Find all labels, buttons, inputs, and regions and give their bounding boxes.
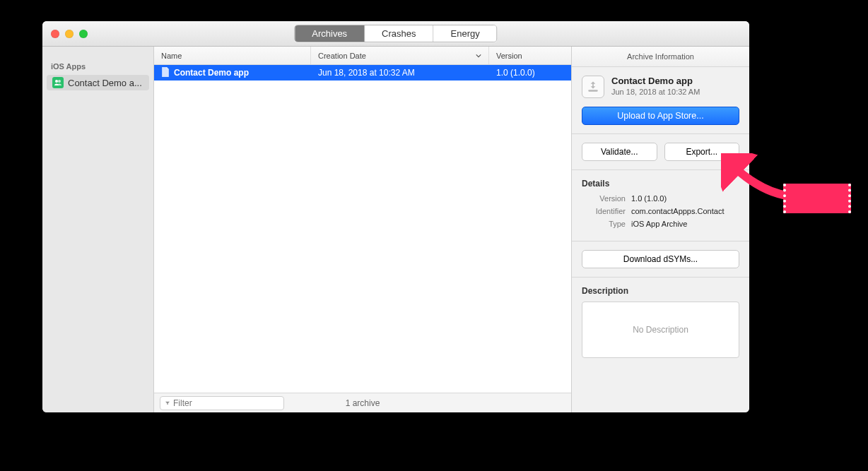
filter-field[interactable]: [160, 396, 284, 410]
close-window-button[interactable]: [51, 30, 59, 38]
export-button[interactable]: Export...: [664, 143, 740, 161]
detail-version-label: Version: [582, 194, 626, 203]
detail-identifier-value: com.contactAppps.Contact: [631, 207, 739, 215]
sidebar-item-label: Contact Demo a...: [68, 78, 142, 88]
row-name: Contact Demo app: [174, 68, 249, 78]
table-header: Name Creation Date Version: [154, 47, 571, 65]
column-creation-date[interactable]: Creation Date: [311, 47, 489, 64]
zoom-window-button[interactable]: [79, 30, 88, 38]
svg-point-1: [58, 80, 61, 83]
description-placeholder: No Description: [633, 325, 688, 335]
sidebar-app-item[interactable]: Contact Demo a...: [47, 75, 149, 90]
tab-crashes[interactable]: Crashes: [365, 25, 433, 42]
info-app-date: Jun 18, 2018 at 10:32 AM: [611, 88, 700, 96]
document-icon: [161, 67, 170, 79]
titlebar: Archives Crashes Energy: [42, 21, 749, 47]
filter-input[interactable]: [173, 398, 279, 408]
tab-segment: Archives Crashes Energy: [294, 25, 497, 42]
minimize-window-button[interactable]: [65, 30, 74, 38]
detail-type-label: Type: [582, 220, 626, 228]
organizer-window: Archives Crashes Energy iOS Apps Contact…: [42, 21, 749, 412]
info-app-name: Contact Demo app: [611, 76, 700, 86]
filter-icon: [165, 399, 170, 407]
svg-point-0: [55, 80, 58, 83]
sidebar: iOS Apps Contact Demo a...: [42, 47, 154, 412]
app-icon: [52, 77, 64, 88]
column-version[interactable]: Version: [489, 47, 571, 64]
column-name[interactable]: Name: [154, 47, 311, 64]
description-heading: Description: [582, 286, 739, 296]
detail-type-value: iOS App Archive: [631, 220, 739, 228]
tab-archives[interactable]: Archives: [295, 25, 365, 42]
chevron-down-icon: [476, 52, 481, 60]
detail-identifier-label: Identifier: [582, 207, 626, 215]
archive-table: Name Creation Date Version: [154, 47, 571, 412]
download-dsyms-button[interactable]: Download dSYMs...: [582, 250, 739, 268]
row-date: Jun 18, 2018 at 10:32 AM: [311, 68, 489, 78]
window-controls: [42, 30, 88, 38]
archive-info-panel: Archive Information Contact Demo app Jun…: [571, 47, 749, 412]
info-header: Archive Information: [572, 47, 749, 67]
detail-version-value: 1.0 (1.0.0): [631, 194, 739, 203]
svg-rect-2: [588, 90, 597, 92]
details-heading: Details: [582, 179, 739, 189]
archive-count: 1 archive: [346, 398, 380, 408]
sidebar-heading: iOS Apps: [42, 59, 153, 75]
upload-to-app-store-button[interactable]: Upload to App Store...: [582, 107, 739, 125]
tab-energy[interactable]: Energy: [434, 25, 497, 42]
table-footer: 1 archive: [154, 393, 571, 412]
validate-button[interactable]: Validate...: [582, 143, 657, 161]
row-version: 1.0 (1.0.0): [489, 68, 571, 78]
archive-row[interactable]: Contact Demo app Jun 18, 2018 at 10:32 A…: [154, 65, 571, 81]
archive-app-icon: [582, 76, 604, 98]
annotation-block: [783, 184, 851, 213]
description-box[interactable]: No Description: [582, 302, 739, 358]
